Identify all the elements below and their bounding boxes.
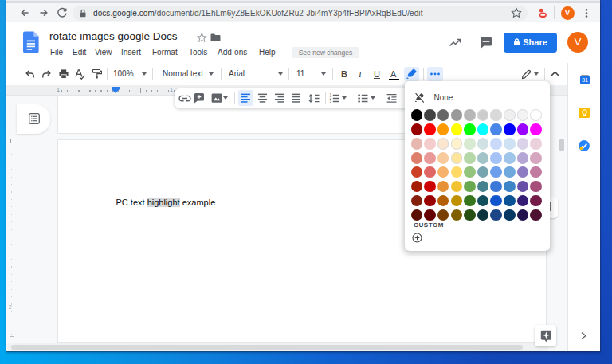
svg-text:3: 3 — [329, 100, 332, 104]
